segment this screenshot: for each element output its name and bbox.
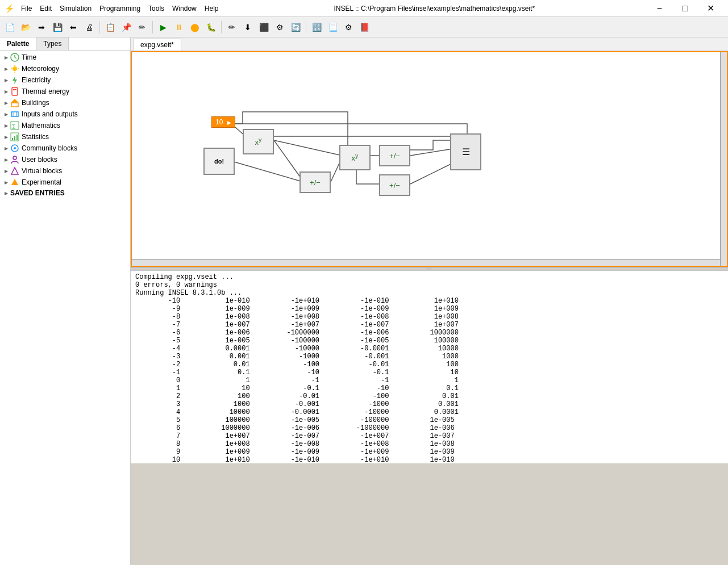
svg-marker-12 [11, 99, 19, 103]
minimize-button[interactable]: − [647, 0, 672, 17]
canvas-area[interactable]: 10 ▶ xy do! +/− [131, 51, 728, 267]
sidebar-item-inputs-outputs[interactable]: ▶ Inputs and outputs [0, 108, 130, 120]
console-line: -3 0.001 -1000 -0.001 1000 [135, 353, 723, 361]
electricity-icon [10, 76, 19, 85]
sidebar-item-mathematics[interactable]: ▶ ∑ Mathematics [0, 120, 130, 131]
canvas-vscroll[interactable] [720, 52, 727, 266]
block-addsub2[interactable]: +/− [379, 145, 410, 166]
block-power2-content: xy [340, 146, 369, 169]
expand-arrow-mathematics: ▶ [5, 123, 8, 128]
sidebar-item-label-virtual: Virtual blocks [22, 167, 62, 175]
refresh-button[interactable]: 🔄 [288, 20, 303, 35]
sidebar-item-label-io: Inputs and outputs [22, 110, 78, 118]
console-line: 7 1e+007 -1e-007 -1e+007 1e-007 [135, 432, 723, 440]
block-display[interactable]: ☰ [450, 133, 481, 170]
sidebar-item-statistics[interactable]: ▶ Statistics [0, 131, 130, 143]
const10-port: ▶ [227, 120, 231, 125]
sidebar-tabs: Palette Types [0, 37, 130, 51]
console-line: 2 100 -0.01 -100 0.01 [135, 392, 723, 400]
console-line: 8 1e+008 -1e-008 -1e+008 1e-008 [135, 440, 723, 448]
svg-point-23 [14, 147, 16, 149]
sidebar-item-label-time: Time [22, 53, 36, 61]
console-line: -9 1e-009 -1e+009 -1e-009 1e+009 [135, 305, 723, 313]
thermal-icon [10, 87, 19, 96]
sidebar-item-thermal[interactable]: ▶ Thermal energy [0, 86, 130, 97]
menu-simulation[interactable]: Simulation [56, 3, 95, 14]
block-button[interactable]: ⬛ [256, 20, 271, 35]
sidebar-item-time[interactable]: ▶ Time [0, 52, 130, 63]
doc-button[interactable]: 📃 [325, 20, 340, 35]
run-button[interactable]: ▶ [156, 20, 170, 35]
svg-line-34 [410, 163, 453, 184]
new-button[interactable]: 📄 [2, 20, 17, 35]
canvas-inner: 10 ▶ xy do! +/− [132, 52, 727, 266]
expand-arrow-saved: ▶ [5, 191, 8, 196]
expand-arrow-experimental: ▶ [5, 180, 8, 185]
sidebar-item-electricity[interactable]: ▶ Electricity [0, 74, 130, 86]
close-button[interactable]: ✕ [698, 0, 723, 17]
pause-button[interactable]: ⏸ [172, 20, 186, 35]
pop-button[interactable]: ⬅ [66, 20, 81, 35]
sidebar-item-user-blocks[interactable]: ▶ User blocks [0, 154, 130, 165]
sidebar-item-label-user: User blocks [22, 156, 57, 164]
svg-rect-9 [12, 87, 18, 95]
sep3 [221, 21, 222, 34]
settings-button[interactable]: ⚙ [272, 20, 287, 35]
console-line: -1 0.1 -10 -0.1 10 [135, 369, 723, 376]
sidebar-item-label-saved: SAVED ENTRIES [10, 189, 65, 197]
sidebar-item-label-statistics: Statistics [22, 133, 49, 141]
palette-tab[interactable]: Palette [0, 37, 36, 50]
sidebar-item-saved[interactable]: ▶ SAVED ENTRIES [0, 188, 130, 198]
svg-marker-25 [11, 168, 18, 174]
sidebar-item-community[interactable]: ▶ Community blocks [0, 143, 130, 154]
block-addsub3[interactable]: +/− [379, 174, 410, 196]
console-area[interactable]: Compiling expg.vseit ...0 errors, 0 warn… [131, 270, 728, 463]
expand-arrow-virtual: ▶ [5, 169, 8, 174]
expand-arrow-buildings: ▶ [5, 101, 8, 106]
menu-tools[interactable]: Tools [145, 3, 168, 14]
console-line: Compiling expg.vseit ... [135, 273, 723, 281]
pdf-button[interactable]: 📕 [357, 20, 372, 35]
block-addsub1[interactable]: +/− [299, 171, 331, 193]
sidebar: Palette Types ▶ Time ▶ Meteorology [0, 37, 131, 565]
canvas-hscroll[interactable] [132, 259, 720, 266]
copy-page-button[interactable]: 📋 [103, 20, 118, 35]
console-line: -5 1e-005 -100000 -1e-005 100000 [135, 337, 723, 345]
push-button[interactable]: ➡ [34, 20, 49, 35]
debug-button[interactable]: 🐛 [203, 20, 218, 35]
svg-rect-20 [14, 136, 15, 140]
gear2-button[interactable]: ⚙ [341, 20, 356, 35]
statistics-icon [10, 132, 19, 141]
print-button[interactable]: 🖨 [82, 20, 97, 35]
block-do[interactable]: do! [203, 148, 235, 175]
menu-bar: File Edit Simulation Programming Tools W… [18, 3, 222, 14]
types-tab[interactable]: Types [36, 37, 69, 50]
maximize-button[interactable]: □ [672, 0, 698, 17]
sidebar-item-label-buildings: Buildings [22, 99, 49, 107]
sidebar-item-buildings[interactable]: ▶ Buildings [0, 97, 130, 108]
file-tab-expg[interactable]: expg.vseit* [133, 39, 181, 51]
calc-button[interactable]: 🔢 [309, 20, 324, 35]
sidebar-item-virtual[interactable]: ▶ Virtual blocks [0, 165, 130, 177]
paste-button[interactable]: 📌 [119, 20, 134, 35]
open-button[interactable]: 📂 [18, 20, 33, 35]
stop-button[interactable]: ⬤ [188, 20, 202, 35]
console-line: 1 10 -0.1 -10 0.1 [135, 384, 723, 392]
block-power2[interactable]: xy [339, 145, 371, 170]
console-line: -10 1e-010 -1e+010 -1e-010 1e+010 [135, 297, 723, 305]
menu-window[interactable]: Window [169, 3, 200, 14]
edit-button[interactable]: ✏ [135, 20, 149, 35]
block-power1[interactable]: xy [243, 129, 274, 154]
console-line: 10 1e+010 -1e-010 -1e+010 1e-010 [135, 456, 723, 463]
menu-edit[interactable]: Edit [36, 3, 55, 14]
menu-file[interactable]: File [18, 3, 35, 14]
edit2-button[interactable]: ✏ [224, 20, 239, 35]
menu-help[interactable]: Help [201, 3, 222, 14]
sidebar-item-meteorology[interactable]: ▶ Meteorology [0, 63, 130, 74]
sidebar-item-experimental[interactable]: ▶ Experimental [0, 177, 130, 188]
download-button[interactable]: ⬇ [240, 20, 255, 35]
block-power1-content: xy [244, 130, 273, 153]
menu-programming[interactable]: Programming [96, 3, 144, 14]
block-const10[interactable]: 10 ▶ [211, 116, 235, 128]
save-button[interactable]: 💾 [50, 20, 65, 35]
